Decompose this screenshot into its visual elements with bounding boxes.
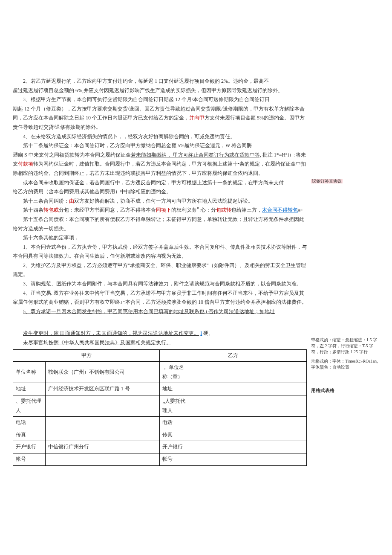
table-cell bbox=[192, 395, 307, 417]
red-text: 并向甲 bbox=[189, 115, 205, 121]
marker-icon: ■> bbox=[298, 208, 303, 212]
margin-comments: 带格式的：缩进：悬挂缩进：1.5 字符，左 2 字符，行行缩进：T-5 字符，行… bbox=[307, 77, 379, 466]
closing: 未尽事官均按照《中华人民共和国民法典》及国家相关规定执行。 bbox=[13, 338, 307, 348]
article-14: 第十四条转包或分包：未经甲方书面同意，乙方不得将本合同项下的权利义务ʺ:心：分包… bbox=[13, 206, 307, 215]
table-cell bbox=[192, 441, 307, 453]
article-12c: 或本合同未收取履约保证金，若合同履行中，乙方违反合同约定，甲方可根据上述第十一条… bbox=[13, 178, 307, 188]
text: 也给第三方， bbox=[231, 207, 262, 213]
para-2: 2、若乙方延迟履行的，乙方应向甲方支付违约金，每延迟 1 口支付延迟履行项目金额… bbox=[13, 77, 307, 86]
table-cell bbox=[192, 362, 307, 383]
table-row: 地址广州经济技术开发区东区联广路 1 号地址 bbox=[13, 383, 307, 395]
table-row: 单位名称鞍钢联众（广州）不锈钢有限公司， 单位名称（章） bbox=[13, 362, 307, 383]
para-3b: 期起 12 个月（修豆类），乙方按甲方要求交期交货/送回。因乙方责任导致超过合同… bbox=[13, 105, 307, 132]
red-text: 包或转 bbox=[216, 207, 231, 213]
red-text: 付款项 bbox=[18, 161, 33, 167]
table-cell: 帐号 bbox=[160, 453, 192, 465]
format-note-3: 用格式表格 bbox=[311, 387, 379, 394]
document-body: 2、若乙方延迟履行的，乙方应向甲方支付违约金，每延迟 1 口支付延迟履行项目金额… bbox=[13, 77, 307, 466]
item-3: 3、请购规范、图纸作为本合同附件，与本合同具有同等法律效力，附件之请购规范与合同… bbox=[13, 279, 307, 289]
text: 双方友好协商解决，协商不成，任何一方均可向甲方所在地人民法院提起诉讼。 bbox=[74, 198, 253, 204]
table-cell: 电话 bbox=[160, 417, 192, 429]
table-cell: 广州经济技术开发区东区联广路 1 号 bbox=[45, 383, 160, 395]
table-cell: 开户银行 bbox=[13, 441, 46, 453]
table-cell: ,,人委托代理人 bbox=[160, 395, 192, 417]
item-5: 5、双方承诺一旦因木合同发生纠纷，甲乙同惠使用木合同已填写的地址及联系也 i 否… bbox=[13, 307, 307, 317]
item-2: 2、为维护乙方及甲方权益，乙方必须遵守甲方"承揽商安全、环保、职业健康要求"（如… bbox=[13, 261, 307, 279]
table-cell: 开户银行 bbox=[160, 441, 192, 453]
text: 硬、 bbox=[203, 330, 213, 336]
red-text: 由 bbox=[69, 198, 74, 204]
table-row: 、委托代理人,,人委托代理人 bbox=[13, 395, 307, 417]
text: 的权利义务ʺ:心：分 bbox=[171, 207, 216, 213]
table-cell: ， 单位名称（章） bbox=[160, 362, 192, 383]
underline-text: 发生变更时，应 H 面通知对方，未 K 面通知的，视为司法送达地址未作变更。 bbox=[23, 330, 199, 336]
table-cell bbox=[192, 453, 307, 465]
header-party-a: 甲方 bbox=[13, 349, 160, 362]
red-text: 转包或 bbox=[43, 207, 59, 213]
table-row: 帐号帐号 bbox=[13, 453, 307, 465]
table-cell bbox=[45, 453, 160, 465]
underline-text: 若未能如期缴纳， 甲方可终止合同签订行为或在货款中等, bbox=[131, 152, 261, 158]
table-cell: 地址 bbox=[13, 383, 46, 395]
blue-text: I bbox=[200, 330, 202, 336]
text: 第十三条合同纠纷： bbox=[23, 198, 69, 204]
table-cell bbox=[192, 429, 307, 441]
item-4: 4、正当交易. 双方在业务往来中恪守正当交易，乙方承诺不与甲方雇员于非工作时间有… bbox=[13, 289, 307, 307]
table-cell: 传真 bbox=[13, 429, 46, 441]
table-cell bbox=[45, 395, 160, 417]
text: 遡幽 S 中未支付之同额货款转为本合同之履约保证金 bbox=[13, 152, 131, 158]
format-note-2: 常格式的：字体：TimesXc»ROa1an, 字体颜色：自动设置 bbox=[311, 358, 379, 370]
table-cell bbox=[45, 429, 160, 441]
comment-balloon: 议签订补充协议 bbox=[311, 178, 377, 184]
item-1: 1、本合同壹式叁份，乙方执壹份，甲方执武份，经双方签字并盖章后生效。本合同复印件… bbox=[13, 243, 307, 261]
table-cell: 帐号 bbox=[13, 453, 46, 465]
article-12d: 给乙方的费用（含本合同费用或其他合同费用）中扣除相应的违约金。 bbox=[13, 187, 307, 197]
para-3: 3、根据甲方生产节奏，本合同可执行交货期限为自合同签订日期起 12 个月/本合同… bbox=[13, 95, 307, 105]
article-13: 第十三条合同纠纷：由双方友好协商解决，协商不成，任何一方均可向甲方所在地人民法院… bbox=[13, 197, 307, 206]
signature-table: 甲方 乙方 单位名称鞍钢联众（广州）不锈钢有限公司， 单位名称（章）地址广州经济… bbox=[13, 349, 307, 466]
blue-link-text: 木合同不得转包 bbox=[262, 207, 298, 213]
table-row: 传真传真 bbox=[13, 429, 307, 441]
text: 分包：未经甲方书面同意，乙方不得将本合 bbox=[59, 207, 156, 213]
table-cell: 中信银行广州分行 bbox=[45, 441, 160, 453]
comment-text: 议签订补充协议 bbox=[311, 179, 343, 183]
article-15: 第十五条合同债权：本合同项下的所有债权乙方不得单独转让；未征得甲方同意，单独转让… bbox=[13, 215, 307, 233]
table-cell: 电话 bbox=[13, 417, 46, 429]
header-party-b: 乙方 bbox=[160, 349, 307, 362]
table-cell bbox=[45, 417, 160, 429]
table-cell: 单位名称 bbox=[13, 362, 46, 383]
text: 转为网约保证金时，建值扣取。合同履行中，若乙方违反本合同约定，甲方可根据上述第十… bbox=[13, 161, 306, 176]
article-12b: 遡幽 S 中未支付之同额货款转为本合同之履约保证金若未能如期缴纳， 甲方可终止合… bbox=[13, 151, 307, 178]
table-cell: 地址 bbox=[160, 383, 192, 395]
table-cell bbox=[192, 417, 307, 429]
table-cell bbox=[192, 383, 307, 395]
table-cell: 传真 bbox=[160, 429, 192, 441]
article-12: 第十二条履约保证金：本合同签订时，乙方应向甲方缴纳合同总金额 5%履约保证金週元… bbox=[13, 141, 307, 151]
table-row: 开户银行中信银行广州分行开户银行 bbox=[13, 441, 307, 453]
item-5b: 发生变更时，应 H 面通知对方，未 K 面通知的，视为司法送达地址未作变更。 I… bbox=[13, 329, 307, 338]
para-4: 4、在未给双方造成实际经济损失的情况卜，，经双方友好协商解除合同的，可减免违约责… bbox=[13, 132, 307, 142]
table-header-row: 甲方 乙方 bbox=[13, 349, 307, 362]
table-cell: 、委托代理人 bbox=[13, 395, 46, 417]
format-note-1: 带格式的：缩进：悬挂缩进：1.5 字符，左 2 字符，行行缩进：T-5 字符，行… bbox=[311, 337, 379, 355]
text: 第十四条 bbox=[23, 207, 43, 213]
table-cell: 鞍钢联众（广州）不锈钢有限公司 bbox=[45, 362, 160, 383]
table-row: 电话电话 bbox=[13, 417, 307, 429]
article-16: 第十六条其他的定事项， bbox=[13, 233, 307, 243]
red-text: 同项下 bbox=[156, 207, 171, 213]
text: 或本合同未收取履约保证金，若合同履行中，乙方违反合同约定，甲方可根据上述第十一条… bbox=[23, 180, 284, 186]
para-2b: 超过延迟履行项目总金额的 6%,并应支付因延迟履行影响产线生产造成的实际损失，但… bbox=[13, 86, 307, 96]
